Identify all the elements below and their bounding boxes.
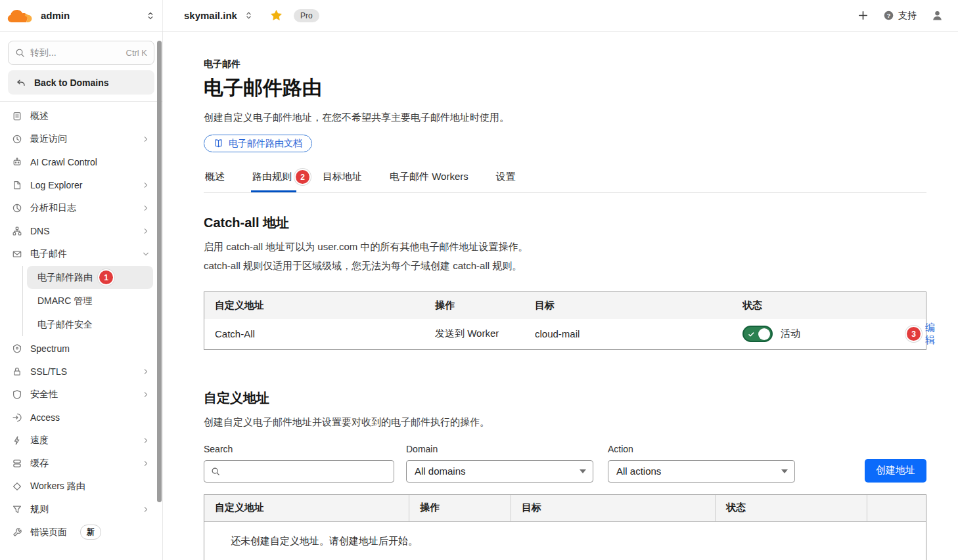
- sidebar-item-analytics-logs[interactable]: 分析和日志: [8, 196, 154, 219]
- domain-name: skymail.ink: [184, 10, 237, 21]
- catch-all-description-2: catch-all 规则仅适用于区域级域，您无法为每个子域创建 catch-al…: [204, 258, 926, 273]
- catch-all-header-0: 自定义地址: [204, 292, 424, 319]
- custom-address-search-input[interactable]: [224, 465, 387, 477]
- sidebar-item-speed[interactable]: 速度: [8, 429, 154, 452]
- account-switcher[interactable]: admin: [0, 0, 163, 31]
- sidebar-item-recent[interactable]: 最近访问: [8, 127, 154, 150]
- catch-all-table: 自定义地址操作目标状态 Catch-All 发送到 Worker cloud-m…: [204, 291, 926, 350]
- add-button[interactable]: [857, 10, 869, 21]
- tab-routing-rules[interactable]: 路由规则2: [251, 170, 296, 192]
- tab-email-workers[interactable]: 电子邮件 Workers: [388, 170, 470, 192]
- clock-icon: [12, 134, 22, 144]
- domain-select[interactable]: All domains: [406, 460, 593, 483]
- tab-label: 电子邮件 Workers: [390, 171, 468, 183]
- access-icon: [12, 412, 22, 423]
- edit-catch-all-link[interactable]: 编辑: [925, 322, 935, 347]
- sidebar-scrollbar[interactable]: [157, 41, 162, 502]
- sidebar-item-label: Spectrum: [30, 343, 70, 354]
- sidebar-item-ssl-tls[interactable]: SSL/TLS: [8, 360, 154, 383]
- cloudflare-logo-icon: [7, 8, 33, 24]
- tab-overview[interactable]: 概述: [204, 170, 226, 192]
- sidebar-item-ai-crawl-control[interactable]: AI Crawl Control: [8, 150, 154, 173]
- svg-text:?: ?: [887, 12, 891, 19]
- breadcrumb: 电子邮件: [204, 58, 926, 70]
- catch-all-description-1: 启用 catch-all 地址可以为 user.com 中的所有其他电子邮件地址…: [204, 239, 926, 254]
- sidebar-item-spectrum[interactable]: Spectrum: [8, 337, 154, 360]
- chevron-right-icon: [141, 226, 150, 236]
- sidebar-item-email[interactable]: 电子邮件: [8, 242, 154, 265]
- tab-label: 目标地址: [323, 171, 362, 183]
- book-icon: [214, 139, 223, 148]
- sidebar-item-label: Workers 路由: [30, 481, 85, 492]
- plan-badge: Pro: [294, 9, 319, 22]
- marker-badge-3: 3: [907, 327, 921, 341]
- chevron-right-icon: [141, 367, 150, 376]
- go-to-search-input[interactable]: 转到... Ctrl K: [8, 41, 154, 65]
- sidebar-item-label: SSL/TLS: [30, 366, 67, 377]
- wrench-icon: [12, 527, 22, 538]
- bolt-icon: [12, 435, 22, 446]
- catch-all-address-cell: Catch-All: [204, 319, 424, 349]
- catch-all-heading: Catch-all 地址: [204, 214, 926, 232]
- sidebar-item-label: 概述: [30, 110, 49, 122]
- back-to-domains-button[interactable]: Back to Domains: [8, 70, 154, 95]
- catch-all-header-3: 状态: [732, 292, 896, 319]
- sidebar-item-cache[interactable]: 缓存: [8, 452, 154, 475]
- sidebar-item-dmarc[interactable]: DMARC 管理: [27, 290, 153, 312]
- tab-destination-addresses[interactable]: 目标地址: [321, 170, 363, 192]
- account-unfold-icon[interactable]: [145, 11, 156, 21]
- email-routing-docs-button[interactable]: 电子邮件路由文档: [204, 135, 312, 152]
- chevron-right-icon: [141, 204, 150, 213]
- create-address-button[interactable]: 创建地址: [865, 459, 926, 483]
- email-icon: [12, 249, 22, 259]
- chevron-down-icon: [141, 249, 150, 259]
- sidebar-item-overview[interactable]: 概述: [8, 104, 154, 127]
- chevron-right-icon: [141, 505, 150, 514]
- domain-filter-label: Domain: [406, 444, 593, 454]
- back-arrow-icon: [16, 77, 26, 88]
- domain-unfold-icon[interactable]: [244, 11, 254, 20]
- sidebar-item-label: 规则: [30, 504, 49, 515]
- catch-all-header-2: 目标: [524, 292, 732, 319]
- sidebar-item-label: 电子邮件: [30, 248, 67, 260]
- sidebar-item-email-security[interactable]: 电子邮件安全: [27, 313, 153, 336]
- sidebar-item-error-pages[interactable]: 错误页面新: [8, 521, 154, 544]
- tab-label: 路由规则: [252, 171, 292, 183]
- catch-all-status-toggle[interactable]: [742, 326, 773, 342]
- empty-state-message: 还未创建自定义地址。请创建地址后开始。: [204, 522, 926, 560]
- sidebar-item-label: 电子邮件路由: [37, 272, 93, 284]
- sidebar-item-dns[interactable]: DNS: [8, 219, 154, 242]
- tab-label: 设置: [496, 171, 516, 183]
- tab-settings[interactable]: 设置: [495, 170, 517, 192]
- marker-badge-1: 1: [99, 270, 113, 284]
- sidebar-item-label: Access: [30, 412, 60, 423]
- sidebar-item-log-explorer[interactable]: Log Explorer: [8, 173, 154, 196]
- custom-addresses-header-3: 状态: [715, 495, 867, 521]
- marker-badge-2: 2: [296, 170, 309, 184]
- sidebar-item-label: 分析和日志: [30, 202, 76, 214]
- custom-addresses-header-1: 操作: [409, 495, 511, 521]
- catch-all-target-cell: cloud-mail: [524, 319, 732, 349]
- sidebar-item-label: 最近访问: [30, 133, 67, 145]
- account-name: admin: [41, 10, 70, 21]
- sidebar-item-security[interactable]: 安全性: [8, 383, 154, 406]
- topbar: admin skymail.ink Pro ? 支持: [0, 0, 958, 32]
- sidebar-item-label: 电子邮件安全: [37, 319, 93, 331]
- workers-icon: [12, 481, 22, 492]
- overview-icon: [12, 111, 22, 121]
- favorite-star-icon[interactable]: [269, 9, 283, 22]
- catch-all-action-cell: 发送到 Worker: [424, 319, 524, 349]
- sidebar-item-workers-routes[interactable]: Workers 路由: [8, 475, 154, 498]
- sidebar-divider: [0, 101, 162, 102]
- support-menu[interactable]: ? 支持: [883, 10, 917, 22]
- custom-addresses-header-2: 目标: [511, 495, 715, 521]
- page-title: 电子邮件路由: [204, 75, 926, 102]
- sidebar-item-rules[interactable]: 规则: [8, 498, 154, 521]
- chevron-right-icon: [141, 459, 150, 468]
- sidebar-item-access[interactable]: Access: [8, 406, 154, 429]
- catch-all-header-1: 操作: [424, 292, 524, 319]
- user-icon[interactable]: [931, 9, 944, 22]
- sidebar-item-email-routing[interactable]: 电子邮件路由1: [27, 266, 153, 289]
- action-select[interactable]: All actions: [608, 460, 795, 483]
- sidebar: 转到... Ctrl K Back to Domains 概述最近访问AI Cr…: [0, 32, 163, 560]
